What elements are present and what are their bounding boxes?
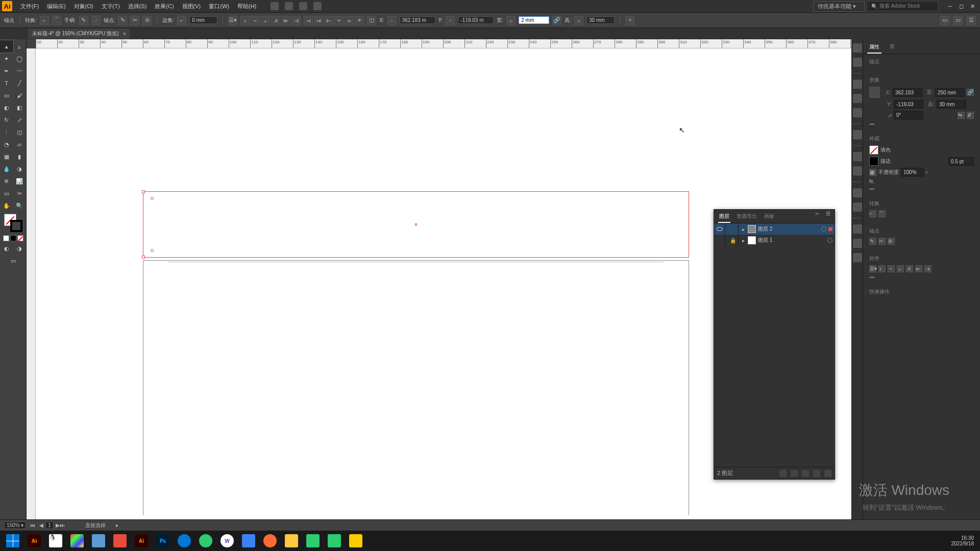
- dock-color-icon[interactable]: [853, 43, 862, 53]
- taskbar-ai[interactable]: Ai: [24, 533, 44, 549]
- cut-path-icon[interactable]: ✂: [130, 16, 139, 25]
- taskbar-360[interactable]: [196, 533, 215, 549]
- dist-bottom-icon[interactable]: ⫦: [324, 16, 333, 25]
- taskbar-app4[interactable]: [346, 533, 365, 549]
- color-swatch[interactable]: [4, 214, 22, 232]
- connect-icon[interactable]: ⊘: [142, 16, 152, 25]
- layers-panel[interactable]: 图层 资源导出 画板 ›› ☰ ▸ 图层 2 🔒 ▸ 图层 1 2 图层: [714, 209, 835, 480]
- h-link-icon[interactable]: ⌕: [574, 16, 583, 25]
- flip-v-icon[interactable]: ⇵: [967, 112, 974, 119]
- anchor-cut-icon[interactable]: ✂: [878, 238, 886, 245]
- dist-top-icon[interactable]: ⫤: [304, 16, 313, 25]
- prop-x-input[interactable]: [893, 88, 922, 97]
- blend-tool[interactable]: ◑: [13, 163, 27, 175]
- align-bottom-icon[interactable]: ⫣: [291, 16, 301, 25]
- convert-smooth-icon[interactable]: ⌒: [52, 16, 61, 25]
- start-button[interactable]: [3, 533, 22, 549]
- smooth-convert-icon[interactable]: ⌒: [878, 210, 886, 217]
- artboard-nav-next-icon[interactable]: ▶: [56, 522, 60, 528]
- layer-row[interactable]: ▸ 图层 2: [714, 223, 835, 235]
- dock-artboards-icon[interactable]: [853, 253, 862, 262]
- direct-selection-tool[interactable]: ▵: [13, 40, 27, 53]
- lock-icon[interactable]: 🔒: [727, 235, 739, 246]
- dist-vcenter-icon[interactable]: ⫥: [314, 16, 323, 25]
- taskbar-wps[interactable]: [89, 533, 108, 549]
- prop-rotate-input[interactable]: [894, 111, 923, 119]
- align-dd-icon[interactable]: ☰▾: [228, 16, 237, 25]
- rectangle-tool[interactable]: ▭: [0, 89, 13, 102]
- menu-help[interactable]: 帮助(H): [233, 1, 260, 12]
- shape-builder-tool[interactable]: ◔: [0, 138, 13, 151]
- menu-effect[interactable]: 效果(C): [151, 1, 178, 12]
- isolate-icon[interactable]: ✧: [625, 16, 634, 25]
- taskbar-store[interactable]: [67, 533, 87, 549]
- panel-collapse-icon[interactable]: ››: [815, 211, 819, 223]
- align-top-icon[interactable]: ⫡: [271, 16, 280, 25]
- menu-edit[interactable]: 编辑(E): [43, 1, 70, 12]
- curvature-tool[interactable]: 〰: [13, 65, 27, 77]
- align-right-icon[interactable]: ⫠: [261, 16, 270, 25]
- doc-tab[interactable]: 未标题-4* @ 150% (CMYK/GPU 预览) ×: [28, 29, 130, 39]
- menu-file[interactable]: 文件(F): [16, 1, 43, 12]
- transform-more-icon[interactable]: •••: [869, 121, 974, 127]
- w-link-icon[interactable]: ⌕: [506, 16, 516, 25]
- dock-stroke-icon[interactable]: [853, 108, 862, 117]
- menu-select[interactable]: 选择(S): [124, 1, 151, 12]
- align-to-icon[interactable]: ☰▾: [869, 265, 876, 272]
- fill-swatch-prop[interactable]: [869, 145, 878, 155]
- menu-window[interactable]: 窗口(W): [205, 1, 233, 12]
- lock-col[interactable]: [727, 223, 739, 235]
- prop-w-input[interactable]: [935, 88, 965, 97]
- dock-asset-export-icon[interactable]: [853, 239, 862, 248]
- shaper-tool[interactable]: ◐: [0, 102, 13, 114]
- anchor-connect-icon[interactable]: ⊘: [888, 238, 895, 245]
- target-icon[interactable]: [827, 238, 832, 243]
- menu-object[interactable]: 对象(O): [70, 1, 97, 12]
- artboard-nav-first-icon[interactable]: ⏮: [30, 522, 35, 528]
- dock-transparency-icon[interactable]: [853, 166, 862, 176]
- delete-layer-icon[interactable]: [824, 470, 831, 477]
- dock-menu-icon[interactable]: [853, 130, 862, 139]
- prop-y-input[interactable]: [894, 100, 923, 109]
- artboard-nav-input[interactable]: 1: [45, 521, 54, 529]
- taskbar-wps2[interactable]: W: [217, 533, 237, 549]
- none-mode-icon[interactable]: [17, 235, 23, 241]
- type-tool[interactable]: T: [0, 77, 13, 89]
- align-left-icon[interactable]: ⫞: [240, 16, 250, 25]
- line-tool[interactable]: ╱: [13, 77, 27, 89]
- align-hcenter-icon[interactable]: ⫟: [251, 16, 260, 25]
- hand-tool[interactable]: ✋: [0, 199, 13, 212]
- taskbar-app2[interactable]: [110, 533, 130, 549]
- dock-brushes-icon[interactable]: [853, 80, 862, 89]
- p-align-left-icon[interactable]: ⫞: [878, 265, 886, 272]
- status-chevron-icon[interactable]: ▸: [116, 522, 118, 528]
- x-input[interactable]: [400, 16, 435, 24]
- layer-name[interactable]: 图层 2: [758, 226, 819, 233]
- brush-tool[interactable]: 🖌: [13, 89, 27, 102]
- screen-mode-icon[interactable]: ▭: [0, 255, 26, 267]
- color-mode-icon[interactable]: [3, 235, 9, 241]
- disclosure-icon[interactable]: ▸: [741, 227, 746, 232]
- artboard-tool[interactable]: ▭: [0, 187, 13, 199]
- taskbar-clock[interactable]: 16:30 2022/9/18: [951, 535, 978, 546]
- p-align-vc-icon[interactable]: ⫢: [915, 265, 922, 272]
- visibility-col[interactable]: [714, 235, 725, 246]
- dock-gradient-icon[interactable]: [853, 152, 862, 161]
- grid-icon[interactable]: [299, 2, 307, 10]
- selection-tool[interactable]: ▴: [0, 40, 13, 53]
- p-align-bottom-icon[interactable]: ⫣: [924, 265, 932, 272]
- link-wh-prop-icon[interactable]: 🔗: [967, 89, 974, 96]
- eraser-tool[interactable]: ◧: [13, 102, 27, 114]
- perspective-tool[interactable]: ▱: [13, 138, 27, 151]
- opacity-icon[interactable]: ▦: [869, 169, 876, 176]
- convert-corner-icon[interactable]: ⌐: [40, 16, 49, 25]
- scale-tool[interactable]: ⤢: [13, 114, 27, 126]
- panel-toggle-2-icon[interactable]: ▭: [953, 16, 963, 25]
- flip-h-icon[interactable]: ⇋: [958, 112, 965, 119]
- panel-toggle-1-icon[interactable]: ▭: [940, 16, 949, 25]
- refpoint-icon[interactable]: ◦: [387, 16, 397, 25]
- tab-library[interactable]: 库: [888, 41, 897, 54]
- eyedropper-tool[interactable]: 💧: [0, 163, 13, 175]
- prop-h-input[interactable]: [937, 100, 966, 109]
- tab-asset-export[interactable]: 资源导出: [736, 211, 758, 223]
